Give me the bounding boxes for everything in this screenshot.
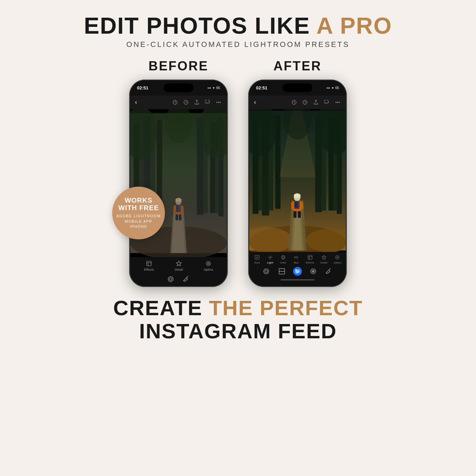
auto-icon[interactable] <box>254 254 260 261</box>
adj-radial-after[interactable] <box>262 267 271 276</box>
after-label: AFTER <box>273 59 322 73</box>
optics-icon-after[interactable] <box>334 254 341 261</box>
adj-radial[interactable] <box>166 275 175 284</box>
detail-icon-before[interactable] <box>175 260 183 267</box>
lr-top-icons-after: ? <box>291 99 341 106</box>
lr-adjustments-after <box>249 265 346 278</box>
back-button-before[interactable]: ‹ <box>135 99 137 106</box>
svg-point-38 <box>208 263 209 265</box>
footer-line1: CREATE THE PERFECT <box>113 296 363 320</box>
battery-before: 66 <box>216 86 220 90</box>
svg-point-48 <box>339 102 340 103</box>
history-icon-after[interactable] <box>291 99 298 106</box>
svg-point-95 <box>265 270 267 272</box>
svg-point-101 <box>296 269 297 271</box>
optics-icon-before[interactable] <box>205 260 212 267</box>
svg-point-5 <box>218 102 219 103</box>
more-icon-after[interactable] <box>334 99 341 106</box>
before-phone-frame: 02:51 ▪▪▪ ▾ 66 ‹ <box>129 80 228 287</box>
detail-label-before: Detail <box>175 268 183 271</box>
before-phone-inner: 02:51 ▪▪▪ ▾ 66 ‹ <box>130 81 227 286</box>
effects-icon-before[interactable] <box>145 260 153 267</box>
svg-rect-74 <box>293 211 296 218</box>
header-subtitle: ONE-CLICK AUTOMATED LIGHTROOM PRESETS <box>84 40 392 49</box>
light-label: Light <box>267 261 273 264</box>
svg-rect-59 <box>334 146 337 210</box>
detail-tab[interactable]: Detail <box>320 254 327 264</box>
svg-point-94 <box>264 269 269 274</box>
svg-point-106 <box>313 271 314 272</box>
svg-point-40 <box>169 278 172 280</box>
effects-tool[interactable]: Effects <box>144 260 154 271</box>
svg-line-41 <box>186 276 188 278</box>
more-icon[interactable] <box>215 99 222 106</box>
effects-label-before: Effects <box>144 268 154 271</box>
svg-rect-34 <box>147 261 151 266</box>
blur-tab[interactable]: Blur <box>293 254 300 264</box>
cloud-icon-after[interactable] <box>323 99 330 106</box>
help-icon-after[interactable]: ? <box>302 99 308 106</box>
svg-rect-75 <box>298 211 301 218</box>
status-time-before: 02:51 <box>137 85 148 90</box>
svg-point-6 <box>220 102 221 103</box>
footer-highlight: THE PERFECT <box>209 296 363 320</box>
share-icon[interactable] <box>193 99 200 106</box>
after-column: AFTER 02:51 ▪▪▪ ▾ 66 ‹ <box>248 59 347 287</box>
optics-label-before: Optics <box>204 268 213 271</box>
effects-tab[interactable]: Effects <box>306 254 314 264</box>
color-tab[interactable]: Color <box>280 254 287 264</box>
page-header: EDIT PHOTOS LIKE A PRO ONE-CLICK AUTOMAT… <box>84 13 392 49</box>
light-icon[interactable] <box>267 254 274 261</box>
wifi-icon: ▾ <box>213 86 215 90</box>
adj-brush[interactable] <box>182 275 191 284</box>
help-icon[interactable]: ? <box>183 99 189 106</box>
blur-label: Blur <box>294 261 299 264</box>
works-with-badge: WORKSWITH FREE ADOBE LIGHTROOMMOBILE APP… <box>112 187 165 239</box>
header-title-highlight: A PRO <box>317 13 392 38</box>
lr-toolbar-top-before: ‹ ? <box>130 96 227 109</box>
adj-selective-after[interactable] <box>309 267 318 276</box>
after-phone-inner: 02:51 ▪▪▪ ▾ 66 ‹ <box>249 81 346 286</box>
svg-text:?: ? <box>304 101 306 104</box>
history-icon[interactable] <box>172 99 178 106</box>
effects-label-after: Effects <box>306 261 314 264</box>
svg-point-83 <box>269 256 271 258</box>
status-icons-after: ▪▪▪ ▾ 66 <box>326 86 339 90</box>
svg-point-103 <box>296 272 298 273</box>
svg-rect-27 <box>173 206 175 213</box>
svg-marker-21 <box>172 213 185 253</box>
svg-rect-18 <box>215 150 219 213</box>
adj-brush-after[interactable] <box>324 267 333 276</box>
footer-line2: INSTAGRAM FEED <box>113 320 363 343</box>
detail-icon-after[interactable] <box>321 254 327 261</box>
detail-label-after: Detail <box>320 261 327 264</box>
detail-tool[interactable]: Detail <box>175 260 183 271</box>
signal-icon: ▪▪▪ <box>207 86 211 90</box>
svg-rect-30 <box>179 215 182 221</box>
cloud-icon[interactable] <box>204 99 211 106</box>
blur-icon[interactable] <box>293 254 300 261</box>
svg-text:?: ? <box>185 101 187 104</box>
status-bar-after: 02:51 ▪▪▪ ▾ 66 <box>249 81 346 96</box>
lr-top-icons-before: ? <box>172 99 222 106</box>
page-footer: CREATE THE PERFECT INSTAGRAM FEED <box>113 296 363 343</box>
svg-rect-57 <box>269 142 273 210</box>
svg-rect-89 <box>308 255 312 259</box>
header-title-part1: EDIT PHOTOS LIKE <box>84 13 317 38</box>
optics-tab[interactable]: Optics <box>334 254 341 264</box>
adj-gradient-after[interactable] <box>277 267 286 276</box>
adj-mixer-after[interactable] <box>293 267 302 276</box>
auto-tab[interactable]: Auto <box>254 254 260 264</box>
share-icon-after[interactable] <box>312 99 319 106</box>
optics-label-after: Optics <box>334 261 341 264</box>
svg-line-107 <box>329 268 331 270</box>
color-icon[interactable] <box>280 254 287 261</box>
back-button-after[interactable]: ‹ <box>254 99 256 106</box>
badge-subtitle: ADOBE LIGHTROOMMOBILE APPIPHONE <box>116 214 161 229</box>
color-label: Color <box>280 261 286 264</box>
light-tab[interactable]: Light <box>267 254 274 264</box>
svg-point-93 <box>337 257 338 258</box>
svg-point-102 <box>298 271 299 272</box>
optics-tool[interactable]: Optics <box>204 260 213 271</box>
effects-icon-after[interactable] <box>307 254 313 261</box>
